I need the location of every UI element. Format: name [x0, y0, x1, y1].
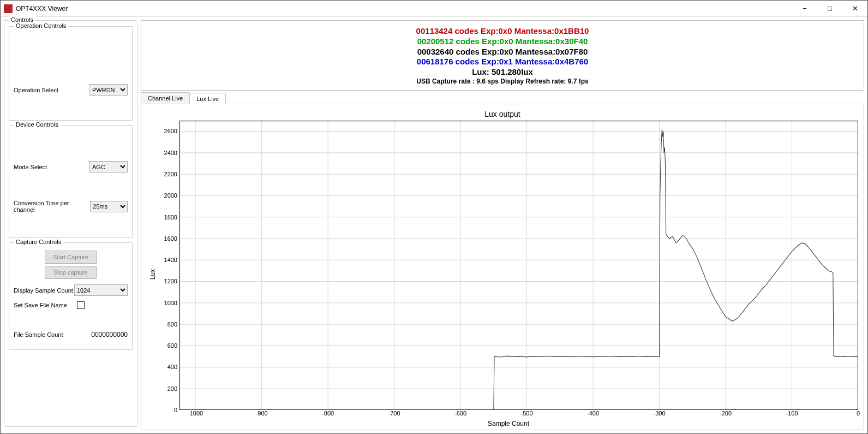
- chart-ylabel: Lux: [147, 121, 159, 427]
- chart-xlabel: Sample Count: [159, 420, 858, 427]
- conversion-time-combo[interactable]: 25ms: [90, 201, 128, 212]
- tab-channel-live[interactable]: Channel Live: [141, 92, 190, 104]
- chart-xticks: -1000-900-800-700-600-500-400-300-200-10…: [179, 410, 858, 419]
- device-controls-group: Device Controls Mode Select AGC Conversi…: [9, 125, 133, 238]
- status-rates: USB Capture rate : 9.6 sps Display Refre…: [416, 78, 588, 86]
- title-bar: OPT4XXX Viewer − □ ✕: [1, 1, 867, 17]
- app-icon: [4, 4, 13, 13]
- display-sample-count-combo[interactable]: 1024: [74, 284, 128, 296]
- conversion-time-label: Conversion Time per channel: [14, 200, 90, 213]
- tab-bar: Channel Live Lux Live: [141, 92, 864, 104]
- svg-rect-25: [180, 121, 858, 409]
- status-readout: 00113424 codes Exp:0x0 Mantessa:0x1BB10 …: [141, 20, 864, 91]
- operation-select-label: Operation Select: [14, 87, 58, 93]
- status-line-1: 00113424 codes Exp:0x0 Mantessa:0x1BB10: [416, 26, 589, 37]
- status-line-3: 00032640 codes Exp:0x0 Mantessa:0x07F80: [417, 47, 588, 57]
- operation-select-combo[interactable]: PWRDN: [89, 84, 128, 96]
- tab-lux-live[interactable]: Lux Live: [189, 93, 226, 104]
- close-button[interactable]: ✕: [842, 1, 867, 17]
- status-line-4: 00618176 codes Exp:0x1 Mantessa:0x4B760: [417, 57, 588, 67]
- file-sample-count-value: 0000000000: [91, 331, 128, 338]
- status-lux: Lux: 501.280lux: [472, 67, 533, 78]
- file-sample-count-label: File Sample Count: [14, 331, 63, 338]
- maximize-button[interactable]: □: [817, 1, 842, 17]
- minimize-button[interactable]: −: [792, 1, 817, 17]
- capture-legend: Capture Controls: [14, 239, 63, 245]
- mode-select-label: Mode Select: [14, 164, 47, 170]
- window-title: OPT4XXX Viewer: [16, 5, 68, 13]
- operation-controls-group: Operation Controls Operation Select PWRD…: [9, 26, 133, 121]
- start-capture-button[interactable]: Start Capture: [45, 251, 97, 264]
- device-legend: Device Controls: [14, 121, 61, 128]
- mode-select-combo[interactable]: AGC: [89, 161, 128, 173]
- status-line-2: 00200512 codes Exp:0x0 Mantessa:0x30F40: [417, 37, 588, 47]
- set-save-file-label: Set Save File Name: [14, 302, 67, 308]
- display-sample-count-label: Display Sample Count: [14, 287, 73, 294]
- operation-legend: Operation Controls: [14, 22, 68, 29]
- chart-plot: [179, 121, 858, 410]
- chart-title: Lux output: [147, 110, 858, 118]
- controls-panel: Controls Operation Controls Operation Se…: [4, 20, 137, 427]
- set-save-file-checkbox[interactable]: [77, 301, 85, 309]
- capture-controls-group: Capture Controls Start Capture Stop capt…: [9, 242, 133, 350]
- chart-panel: Lux output Lux 2600240022002000180016001…: [141, 104, 864, 430]
- stop-capture-button[interactable]: Stop capture: [45, 266, 97, 279]
- chart-yticks: 2600240022002000180016001400120010008006…: [159, 121, 179, 410]
